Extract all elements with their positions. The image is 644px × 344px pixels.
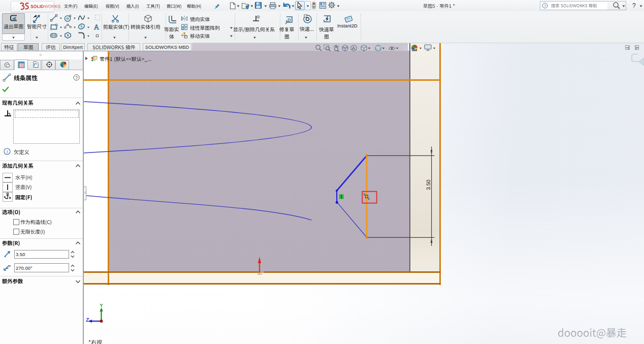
svg-text:A: A — [94, 23, 100, 31]
svg-text:i: i — [7, 149, 8, 154]
svg-text:a: a — [9, 264, 11, 267]
svg-text:?: ? — [544, 4, 546, 8]
svg-text:?: ? — [75, 75, 78, 80]
svg-text:?: ? — [632, 2, 636, 9]
